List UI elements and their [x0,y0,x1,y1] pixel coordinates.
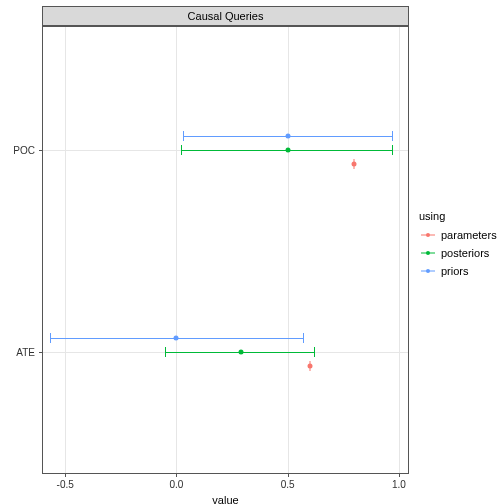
legend-label: posteriors [441,247,489,259]
legend-key-icon [419,262,437,280]
data-point [352,162,357,167]
x-tick-mark [399,473,400,477]
error-bar-cap [392,145,393,155]
data-point [238,349,243,354]
plot-area: -0.50.00.51.0POCATE [43,27,408,473]
chart-figure: Causal Queries -0.50.00.51.0POCATE value… [0,0,504,504]
data-point [174,335,179,340]
legend: using parametersposteriorspriors [419,210,497,280]
error-bar-cap [181,145,182,155]
x-tick-label: -0.5 [57,479,74,490]
y-tick-label: ATE [16,346,35,357]
x-tick-mark [288,473,289,477]
error-bar-cap [303,333,304,343]
facet-title: Causal Queries [188,11,264,22]
error-bar-cap [392,131,393,141]
legend-key-icon [419,226,437,244]
error-bar-cap [183,131,184,141]
y-tick-label: POC [13,145,35,156]
x-axis-label: value [212,494,238,504]
gridline-vertical [288,27,289,473]
gridline-vertical [65,27,66,473]
x-tick-mark [65,473,66,477]
data-point [285,134,290,139]
error-bar-cap [165,347,166,357]
x-tick-label: 0.0 [170,479,184,490]
x-tick-mark [176,473,177,477]
legend-key-icon [419,244,437,262]
x-tick-label: 1.0 [392,479,406,490]
x-tick-label: 0.5 [281,479,295,490]
data-point [307,363,312,368]
y-tick-mark [39,150,43,151]
data-point [285,148,290,153]
legend-item: parameters [419,226,497,244]
legend-title: using [419,210,497,222]
gridline-vertical [176,27,177,473]
error-bar-cap [50,333,51,343]
legend-item: posteriors [419,244,497,262]
legend-label: priors [441,265,469,277]
legend-item: priors [419,262,497,280]
y-tick-mark [39,352,43,353]
gridline-vertical [399,27,400,473]
plot-panel: -0.50.00.51.0POCATE [42,26,409,474]
legend-label: parameters [441,229,497,241]
error-bar-cap [314,347,315,357]
facet-strip: Causal Queries [42,6,409,26]
